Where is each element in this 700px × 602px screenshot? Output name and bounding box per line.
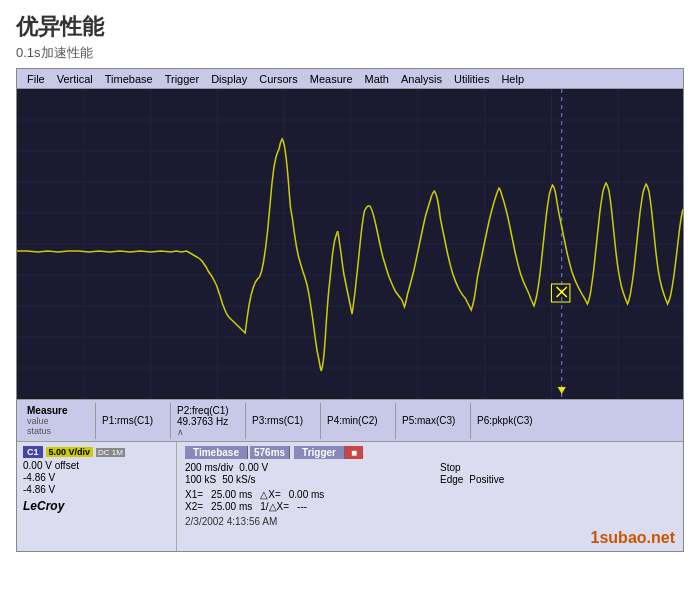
x2-label: X2= (185, 501, 203, 512)
menu-timebase[interactable]: Timebase (99, 72, 159, 86)
dx2-label: 1/△X= (260, 501, 289, 512)
menu-trigger[interactable]: Trigger (159, 72, 205, 86)
menu-cursors[interactable]: Cursors (253, 72, 304, 86)
timebase-title: Timebase (185, 446, 248, 459)
tb-msdiv: 200 ms/div (185, 462, 233, 473)
page-wrapper: 优异性能 0.1s加速性能 File Vertical Timebase Tri… (0, 0, 700, 602)
channel-header: C1 5.00 V/div DC 1M (23, 446, 170, 458)
timebase-panel: Timebase 576ms Trigger ■ 200 ms/div 0.00… (177, 442, 683, 551)
channel-coupling-badge: DC 1M (96, 448, 125, 457)
measure-col-p1: P1:rms(C1) (98, 415, 168, 426)
tb-row-2a: 100 kS 50 kS/s (185, 474, 420, 485)
measure-title: Measure (27, 405, 68, 416)
trigger-title: Trigger (294, 446, 345, 459)
tb-row-2b: Edge Positive (440, 474, 675, 485)
channel-badge: C1 (23, 446, 43, 458)
cursor-info: X1= 25.00 ms △X= 0.00 ms X2= 25.00 ms 1/… (185, 489, 675, 512)
channel-v1: -4.86 V (23, 472, 170, 483)
channel-v2: -4.86 V (23, 484, 170, 495)
dx-label: △X= (260, 489, 281, 500)
menu-math[interactable]: Math (359, 72, 395, 86)
measure-col-label: Measure value status (23, 405, 93, 436)
datetime: 2/3/2002 4:13:56 AM (185, 516, 675, 527)
oscilloscope: File Vertical Timebase Trigger Display C… (16, 68, 684, 552)
x1-val: 25.00 ms (211, 489, 252, 500)
timebase-info-grid: 200 ms/div 0.00 V Stop 100 kS 50 kS/s Ed… (185, 462, 675, 485)
page-container: 优异性能 0.1s加速性能 File Vertical Timebase Tri… (0, 0, 700, 602)
cursor-row-x1: X1= 25.00 ms △X= 0.00 ms (185, 489, 675, 500)
menu-measure[interactable]: Measure (304, 72, 359, 86)
channel-offset: 0.00 V offset (23, 460, 170, 471)
tb-positive: Positive (469, 474, 504, 485)
menu-vertical[interactable]: Vertical (51, 72, 99, 86)
menu-analysis[interactable]: Analysis (395, 72, 448, 86)
p2-sub: ∧ (177, 427, 184, 437)
page-title: 优异性能 (16, 12, 684, 42)
measure-col-p6: P6:pkpk(C3) (473, 415, 543, 426)
menu-display[interactable]: Display (205, 72, 253, 86)
divider-4 (320, 403, 321, 439)
menu-utilities[interactable]: Utilities (448, 72, 495, 86)
timebase-value: 576ms (250, 446, 290, 459)
cursor-row-x2: X2= 25.00 ms 1/△X= --- (185, 501, 675, 512)
divider-1 (95, 403, 96, 439)
p1-label: P1:rms(C1) (102, 415, 153, 426)
page-subtitle: 0.1s加速性能 (16, 44, 684, 62)
menu-help[interactable]: Help (495, 72, 530, 86)
channel-volts-badge: 5.00 V/div (46, 447, 94, 457)
trigger-indicator: ■ (345, 446, 363, 459)
measure-status-label: status (27, 426, 51, 436)
measure-col-p3: P3:rms(C1) (248, 415, 318, 426)
tb-edge: Edge (440, 474, 463, 485)
channel-panel: C1 5.00 V/div DC 1M 0.00 V offset -4.86 … (17, 442, 177, 551)
tb-trigger-v: 0.00 V (239, 462, 268, 473)
measure-value-label: value (27, 416, 49, 426)
p5-label: P5:max(C3) (402, 415, 455, 426)
waveform-svg (17, 89, 683, 399)
x1-label: X1= (185, 489, 203, 500)
divider-5 (395, 403, 396, 439)
divider-6 (470, 403, 471, 439)
measure-col-p2: P2:freq(C1) 49.3763 Hz ∧ (173, 405, 243, 437)
bottom-panel: C1 5.00 V/div DC 1M 0.00 V offset -4.86 … (17, 441, 683, 551)
tb-stop: Stop (440, 462, 461, 473)
tb-samplerate: 50 kS/s (222, 474, 255, 485)
p2-label: P2:freq(C1) (177, 405, 229, 416)
tb-row-1a: 200 ms/div 0.00 V (185, 462, 420, 473)
watermark: 1subao.net (591, 529, 675, 547)
p6-label: P6:pkpk(C3) (477, 415, 533, 426)
measure-col-p5: P5:max(C3) (398, 415, 468, 426)
x2-val: 25.00 ms (211, 501, 252, 512)
divider-3 (245, 403, 246, 439)
timebase-header: Timebase 576ms Trigger ■ (185, 446, 675, 459)
tb-samples: 100 kS (185, 474, 216, 485)
measure-col-p4: P4:min(C2) (323, 415, 393, 426)
oscilloscope-display (17, 89, 683, 399)
tb-row-1b: Stop (440, 462, 675, 473)
brand-label: LeCroy (23, 499, 170, 513)
dx2-val: --- (297, 501, 307, 512)
divider-2 (170, 403, 171, 439)
dx-val: 0.00 ms (289, 489, 325, 500)
p4-label: P4:min(C2) (327, 415, 378, 426)
p3-label: P3:rms(C1) (252, 415, 303, 426)
p2-value: 49.3763 Hz (177, 416, 228, 427)
measure-bar: Measure value status P1:rms(C1) P2:freq(… (17, 399, 683, 441)
menu-file[interactable]: File (21, 72, 51, 86)
menu-bar: File Vertical Timebase Trigger Display C… (17, 69, 683, 89)
